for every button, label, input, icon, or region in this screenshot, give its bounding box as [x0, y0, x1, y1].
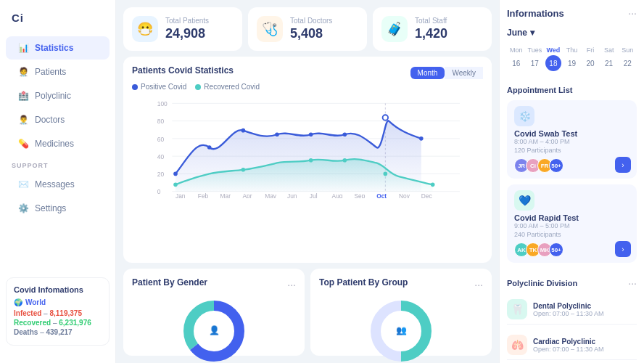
support-section-label: SUPPORT — [0, 156, 115, 172]
upper-charts-row: Patients Covid Statistics Month Weekly P… — [123, 57, 492, 263]
swab-icon: ❄️ — [514, 106, 534, 126]
dental-info: Dental Polyclinic Open: 07:00 – 11:30 AM — [533, 302, 604, 317]
svg-text:0: 0 — [157, 188, 161, 195]
doctors-stat-value: 5,408 — [290, 26, 332, 41]
dental-icon: 🦷 — [507, 299, 527, 319]
calendar-day-20[interactable]: 20 — [582, 55, 598, 71]
staff-stat-value: 1,420 — [415, 26, 447, 41]
avatar-extra-swab: 50+ — [549, 158, 564, 173]
sidebar-item-statistics[interactable]: 📊 Statistics — [6, 36, 110, 60]
polyclinic-title: Polyclinic Division — [507, 279, 577, 287]
calendar-day-22[interactable]: 22 — [619, 55, 635, 71]
rapid-participants: 240 Participants — [514, 231, 629, 238]
stat-card-staff: 🧳 Total Staff 1,420 — [373, 7, 492, 51]
sidebar-item-polyclinic[interactable]: 🏥 Polyclinic — [6, 84, 110, 107]
covid-world-label: 🌍 World — [14, 298, 102, 306]
svg-text:Aug: Aug — [332, 192, 343, 198]
covid-info-box: Covid Infomations 🌍 World Infected – 8,1… — [6, 277, 110, 346]
sidebar-nav: 📊 Statistics 🧑‍⚕️ Patients 🏥 Polyclinic … — [0, 36, 115, 156]
rapid-icon: 💙 — [514, 190, 534, 211]
month-selector[interactable]: June ▾ — [507, 28, 637, 38]
svg-point-32 — [419, 136, 424, 141]
patients-stat-info: Total Patients 24,908 — [165, 17, 209, 41]
calendar-day-19[interactable]: 19 — [564, 55, 579, 71]
rapid-arrow-button[interactable]: › — [615, 241, 631, 257]
group-chart-title: Top Patient By Group — [319, 277, 408, 287]
rapid-avatars: AK TK MK 50+ — [514, 242, 629, 257]
gender-donut: 👤 — [132, 295, 296, 363]
svg-point-35 — [309, 158, 313, 163]
lower-charts-row: Patient By Gender ··· 👤 Top Patient By G… — [123, 269, 492, 356]
patients-stat-label: Total Patients — [165, 17, 209, 25]
sidebar-item-doctors[interactable]: 👨‍⚕️ Doctors — [6, 108, 110, 131]
svg-text:Feb: Feb — [198, 192, 209, 198]
covid-line-chart: 100 80 60 40 20 0 Jan Feb Mar Apr May — [132, 97, 483, 198]
sidebar: Ci 📊 Statistics 🧑‍⚕️ Patients 🏥 Polyclin… — [0, 0, 116, 363]
sidebar-label-polyclinic: Polyclinic — [35, 91, 71, 101]
svg-point-33 — [173, 183, 178, 187]
cardiac-icon: 🫁 — [507, 335, 527, 355]
gender-chart-title: Patient By Gender — [132, 277, 207, 287]
gender-menu-dots[interactable]: ··· — [287, 279, 296, 290]
appointment-swab-card: ❄️ Covid Swab Test 8:00 AM – 4:00 PM 120… — [507, 100, 637, 179]
covid-deaths: Deaths – 439,217 — [14, 328, 102, 336]
stats-row: 😷 Total Patients 24,908 🩺 Total Doctors … — [123, 7, 492, 51]
calendar-day-21[interactable]: 21 — [601, 55, 617, 71]
svg-text:👥: 👥 — [396, 325, 407, 335]
day-mon: Mon — [507, 46, 526, 54]
svg-text:Jun: Jun — [287, 192, 297, 198]
sidebar-label-medicines: Medicines — [35, 139, 74, 149]
day-sat: Sat — [600, 46, 619, 54]
group-menu-dots[interactable]: ··· — [474, 279, 483, 290]
swab-time: 8:00 AM – 4:00 PM — [514, 138, 629, 145]
chart-toggle-group: Month Weekly — [410, 67, 483, 79]
calendar-day-16[interactable]: 16 — [508, 55, 524, 71]
month-label: June — [507, 28, 527, 38]
sidebar-label-settings: Settings — [35, 203, 66, 213]
dental-polyclinic-card: 🦷 Dental Polyclinic Open: 07:00 – 11:30 … — [507, 295, 637, 325]
chevron-down-icon: ▾ — [530, 28, 534, 38]
cardiac-info: Cardiac Polyclinic Open: 07:00 – 11:30 A… — [533, 338, 604, 353]
svg-text:👤: 👤 — [209, 325, 220, 335]
recovered-label: Recovered Covid — [204, 83, 260, 91]
gender-chart-card: Patient By Gender ··· 👤 — [123, 269, 305, 356]
panel-menu-dots[interactable]: ··· — [628, 7, 637, 19]
staff-stat-info: Total Staff 1,420 — [415, 17, 447, 41]
svg-point-38 — [431, 183, 435, 187]
day-tues: Tues — [526, 46, 545, 54]
sidebar-item-messages[interactable]: ✉️ Messages — [6, 173, 110, 196]
svg-text:60: 60 — [157, 136, 165, 143]
settings-icon: ⚙️ — [17, 203, 29, 214]
group-chart-header: Top Patient By Group ··· — [319, 277, 483, 292]
svg-point-30 — [343, 132, 347, 136]
calendar-day-17[interactable]: 17 — [527, 55, 542, 71]
sidebar-label-patients: Patients — [35, 67, 66, 77]
medicines-icon: 💊 — [17, 138, 29, 150]
svg-point-29 — [309, 132, 313, 136]
svg-text:40: 40 — [157, 153, 165, 160]
calendar-day-18[interactable]: 18 — [545, 55, 561, 71]
sidebar-item-settings[interactable]: ⚙️ Settings — [6, 197, 110, 220]
gender-donut-svg: 👤 — [181, 298, 247, 363]
sidebar-item-medicines[interactable]: 💊 Medicines — [6, 132, 110, 155]
calendar: Mon Tues Wed Thu Fri Sat Sun 16 17 18 19… — [507, 46, 637, 71]
covid-chart-title: Patients Covid Statistics — [132, 65, 234, 76]
svg-text:100: 100 — [157, 100, 168, 107]
toggle-month-button[interactable]: Month — [410, 67, 445, 79]
covid-infected: Infected – 8,119,375 — [14, 309, 102, 317]
rapid-title: Covid Rapid Test — [514, 213, 629, 222]
polyclinic-menu-dots[interactable]: ··· — [628, 277, 637, 289]
svg-text:Sep: Sep — [354, 192, 365, 198]
swab-arrow-button[interactable]: › — [615, 157, 631, 173]
covid-info-title: Covid Infomations — [14, 285, 102, 294]
svg-text:Jan: Jan — [176, 192, 186, 198]
calendar-days-row: 16 17 18 19 20 21 22 — [507, 55, 637, 71]
sidebar-logo: Ci — [0, 12, 115, 36]
deaths-value: 439,217 — [46, 328, 72, 336]
patients-stat-value: 24,908 — [165, 26, 209, 41]
sidebar-item-patients[interactable]: 🧑‍⚕️ Patients — [6, 60, 110, 83]
infected-value: 8,119,375 — [49, 309, 82, 317]
svg-point-31 — [383, 115, 388, 120]
toggle-weekly-button[interactable]: Weekly — [445, 67, 483, 79]
svg-text:Mar: Mar — [220, 192, 231, 198]
